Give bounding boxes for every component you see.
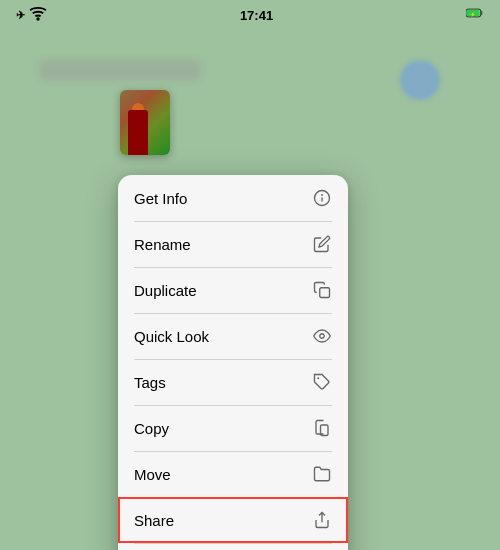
menu-item-tags[interactable]: Tags: [118, 359, 348, 405]
menu-item-quick-look-label: Quick Look: [134, 328, 209, 345]
menu-item-move-label: Move: [134, 466, 171, 483]
status-left-icons: ✈: [16, 4, 47, 26]
svg-point-0: [37, 18, 39, 20]
menu-item-get-info-label: Get Info: [134, 190, 187, 207]
menu-item-copy[interactable]: Copy: [118, 405, 348, 451]
menu-item-rename[interactable]: Rename: [118, 221, 348, 267]
file-thumbnail: [120, 90, 170, 155]
menu-item-move[interactable]: Move: [118, 451, 348, 497]
pencil-icon: [312, 234, 332, 254]
copy-icon: [312, 418, 332, 438]
menu-item-duplicate[interactable]: Duplicate: [118, 267, 348, 313]
folder-icon: [312, 464, 332, 484]
menu-item-tags-label: Tags: [134, 374, 166, 391]
menu-item-share-label: Share: [134, 512, 174, 529]
time-display: 17:41: [240, 8, 273, 23]
status-right-icons: ⚡: [466, 4, 484, 26]
menu-item-duplicate-label: Duplicate: [134, 282, 197, 299]
status-bar: ✈ 17:41 ⚡: [0, 0, 500, 30]
svg-text:⚡: ⚡: [470, 11, 476, 18]
menu-item-get-info[interactable]: Get Info: [118, 175, 348, 221]
svg-rect-3: [481, 11, 482, 15]
svg-point-9: [320, 334, 325, 339]
blurred-avatar: [400, 60, 440, 100]
wifi-icon: [29, 4, 47, 26]
airplane-icon: ✈: [16, 9, 25, 22]
menu-item-share[interactable]: Share: [118, 497, 348, 543]
battery-icon: ⚡: [466, 4, 484, 26]
duplicate-icon: [312, 280, 332, 300]
menu-item-quick-look[interactable]: Quick Look: [118, 313, 348, 359]
blurred-text-bar: [40, 60, 200, 80]
info-icon: [312, 188, 332, 208]
menu-item-copy-label: Copy: [134, 420, 169, 437]
svg-rect-8: [320, 288, 330, 298]
menu-item-rename-label: Rename: [134, 236, 191, 253]
context-menu: Get Info Rename Duplicate: [118, 175, 348, 550]
menu-item-delete[interactable]: Delete: [118, 543, 348, 550]
thumbnail-figure-body: [128, 110, 148, 155]
share-icon: [312, 510, 332, 530]
tag-icon: [312, 372, 332, 392]
eye-icon: [312, 326, 332, 346]
